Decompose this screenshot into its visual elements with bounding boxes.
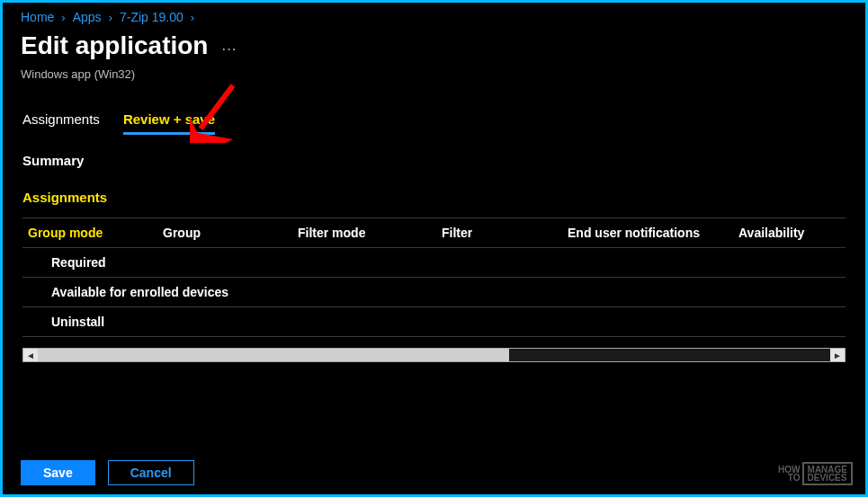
page-subtitle: Windows app (Win32) (3, 67, 865, 92)
breadcrumb-home[interactable]: Home (21, 10, 54, 24)
scroll-track-empty (509, 349, 830, 361)
chevron-right-icon: › (61, 11, 65, 24)
tabs: Assignments Review + save (3, 92, 865, 135)
save-button[interactable]: Save (21, 460, 95, 485)
col-availability[interactable]: Availability (738, 226, 837, 240)
chevron-right-icon: › (109, 11, 112, 24)
watermark-text: DEVICES (808, 474, 847, 482)
chevron-right-icon: › (191, 11, 194, 24)
horizontal-scrollbar[interactable]: ◄ ► (22, 348, 846, 362)
scroll-left-icon[interactable]: ◄ (23, 349, 38, 361)
col-filter[interactable]: Filter (442, 226, 568, 240)
row-label: Required (28, 255, 163, 270)
summary-heading: Summary (3, 135, 865, 168)
assignments-table: Group mode Group Filter mode Filter End … (22, 217, 846, 337)
row-label: Uninstall (28, 315, 163, 329)
table-row: Available for enrolled devices (22, 278, 846, 307)
table-row: Required (22, 248, 846, 278)
row-label: Available for enrolled devices (28, 285, 298, 299)
table-header-row: Group mode Group Filter mode Filter End … (22, 217, 846, 248)
page-title: Edit application (21, 31, 208, 60)
cancel-button[interactable]: Cancel (108, 460, 194, 485)
breadcrumb-apps[interactable]: Apps (73, 10, 102, 24)
breadcrumb: Home › Apps › 7-Zip 19.00 › (3, 3, 865, 28)
page-header: Edit application … (3, 28, 865, 67)
more-actions-icon[interactable]: … (220, 36, 238, 55)
footer-actions: Save Cancel (21, 460, 194, 485)
col-filter-mode[interactable]: Filter mode (298, 226, 442, 240)
watermark: HOW TO MANAGE DEVICES (778, 462, 853, 485)
watermark-text: TO (778, 474, 800, 482)
table-row: Uninstall (22, 307, 846, 337)
col-group[interactable]: Group (163, 226, 298, 240)
scroll-right-icon[interactable]: ► (830, 349, 845, 361)
col-notifications[interactable]: End user notifications (568, 226, 738, 240)
breadcrumb-appname[interactable]: 7-Zip 19.00 (120, 10, 183, 24)
col-group-mode[interactable]: Group mode (28, 226, 163, 240)
tab-assignments[interactable]: Assignments (22, 111, 100, 135)
tab-review-save[interactable]: Review + save (123, 111, 215, 135)
section-assignments-heading: Assignments (3, 168, 865, 210)
